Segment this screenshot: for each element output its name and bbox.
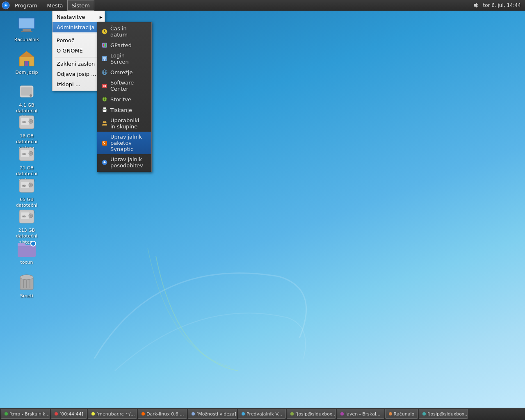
taskbar-item-0[interactable]: [tmp - Brskalnik...	[1, 409, 50, 419]
svg-marker-7	[474, 3, 477, 8]
taskbar-item-2[interactable]: [menubar.rc ~/...	[88, 409, 137, 419]
taskbar-item-4[interactable]: [Možnosti videza]	[188, 409, 237, 419]
login-mini-icon	[101, 55, 108, 62]
icon-label: tocun	[19, 259, 34, 266]
drive-hd2-icon: HD	[17, 144, 37, 164]
svg-text:HD: HD	[22, 184, 26, 187]
svg-rect-69	[103, 110, 106, 112]
taskbar-dot	[192, 412, 195, 415]
svg-point-36	[30, 215, 32, 217]
svg-text:S: S	[103, 141, 105, 145]
taskbar-dot	[5, 412, 8, 415]
svg-rect-60	[105, 85, 106, 86]
taskbar-item-5[interactable]: Predvajalnik V...	[238, 409, 286, 419]
menu-mesta[interactable]: Mesta	[43, 0, 67, 11]
taskbar-item-6[interactable]: [josip@siduxbox...	[287, 409, 336, 419]
taskbar-dot	[422, 412, 426, 415]
svg-point-71	[105, 109, 106, 110]
admin-item-cas[interactable]: Čas in datum	[97, 23, 151, 40]
admin-item-software[interactable]: Software Center	[97, 78, 151, 94]
svg-point-21	[30, 121, 32, 122]
taskbar-item-3[interactable]: Dark-linux 0.6 ...	[138, 409, 187, 419]
svg-point-17	[30, 94, 32, 97]
admin-item-uporabniki[interactable]: Uporabniki in skupine	[97, 115, 151, 132]
admin-submenu: Čas in datum GParted	[97, 22, 152, 172]
clock-mini-icon	[101, 28, 108, 35]
icon-label: Dom josip	[14, 69, 39, 76]
sistem-menu-container: Nastavitve Administracija Pomoč O GNOME …	[52, 11, 105, 91]
print-mini-icon	[101, 107, 108, 113]
desktop-icon-racunalnik[interactable]: Računalnik	[8, 14, 45, 45]
menu-separator-2	[55, 57, 103, 57]
sistem-dropdown: Nastavitve Administracija Pomoč O GNOME …	[52, 11, 105, 91]
gparted-mini-icon	[101, 42, 108, 48]
svg-text:HD: HD	[22, 121, 26, 123]
svg-rect-61	[105, 86, 106, 87]
svg-point-42	[20, 275, 33, 280]
taskbar-dot	[340, 412, 344, 415]
svg-marker-13	[19, 51, 34, 57]
software-mini-icon	[101, 82, 108, 89]
admin-item-synaptic[interactable]: S Upravljalnik paketov Synaptic	[97, 132, 151, 154]
desktop-icon-tocun[interactable]: tocun	[8, 237, 45, 267]
update-mini-icon	[101, 159, 108, 166]
svg-point-6	[5, 5, 7, 6]
taskbar-item-9[interactable]: [josip@siduxbox...	[419, 409, 468, 419]
drive-icon	[17, 82, 37, 101]
svg-rect-50	[103, 44, 104, 46]
drive-hd3-icon: HD	[17, 176, 37, 196]
computer-icon	[17, 16, 37, 36]
top-panel: Programi Mesta Sistem tor 6. jul, 14:44	[0, 0, 525, 11]
synaptic-mini-icon: S	[101, 140, 108, 146]
taskbar-dot	[142, 412, 145, 415]
svg-point-39	[31, 241, 36, 246]
icon-label: Smeti	[19, 293, 34, 299]
taskbar-item-1[interactable]: [00:44:44]	[51, 409, 87, 419]
menu-programi[interactable]: Programi	[11, 0, 43, 11]
desktop-icon-dom[interactable]: Dom josip	[8, 47, 45, 78]
drive-hd4-icon: HD	[17, 207, 37, 226]
users-mini-icon	[101, 120, 108, 127]
taskbar-dot	[242, 412, 245, 415]
icon-label: Računalnik	[13, 37, 40, 43]
menu-item-nastavitve[interactable]: Nastavitve	[52, 12, 105, 22]
svg-rect-11	[21, 31, 32, 32]
svg-rect-70	[103, 107, 106, 109]
admin-item-posodobitve[interactable]: Upravljalnik posodobitev	[97, 154, 151, 171]
svg-point-54	[104, 59, 105, 61]
taskbar-dot	[290, 412, 294, 415]
svg-point-63	[104, 98, 105, 100]
folder-icon	[17, 239, 37, 258]
menu-separator-1	[55, 34, 103, 34]
taskbar-dot	[91, 412, 95, 415]
distro-logo	[2, 1, 10, 9]
svg-point-31	[30, 184, 32, 186]
svg-rect-16	[21, 87, 32, 96]
svg-point-26	[30, 153, 32, 154]
taskbar-dot	[389, 412, 392, 415]
svg-rect-9	[19, 18, 34, 28]
admin-item-gparted[interactable]: GParted	[97, 40, 151, 50]
menu-sistem[interactable]: Sistem	[67, 0, 94, 11]
admin-item-tiskanje[interactable]: Tiskanje	[97, 105, 151, 115]
clock-display: tor 6. jul, 14:44	[483, 2, 521, 8]
svg-rect-14	[25, 61, 28, 66]
taskbar-item-8[interactable]: Računalo	[385, 409, 418, 419]
home-icon	[17, 49, 37, 68]
admin-item-omrezje[interactable]: Omrežje	[97, 67, 151, 78]
svg-rect-38	[18, 245, 36, 257]
admin-item-login[interactable]: Login Screen	[97, 50, 151, 67]
desktop-icon-smeti[interactable]: Smeti	[8, 271, 45, 301]
svg-rect-59	[103, 85, 105, 87]
svg-text:HD: HD	[22, 215, 26, 218]
panel-right: tor 6. jul, 14:44	[473, 2, 525, 9]
trash-icon	[17, 272, 37, 292]
admin-item-storitve[interactable]: Storitve	[97, 94, 151, 105]
storitve-mini-icon	[101, 96, 108, 103]
svg-rect-51	[105, 43, 106, 47]
volume-icon	[473, 2, 479, 9]
svg-rect-53	[103, 57, 106, 59]
taskbar-dot	[55, 412, 58, 415]
taskbar-item-7[interactable]: Javen - Brskal...	[337, 409, 384, 419]
svg-rect-10	[23, 29, 31, 31]
